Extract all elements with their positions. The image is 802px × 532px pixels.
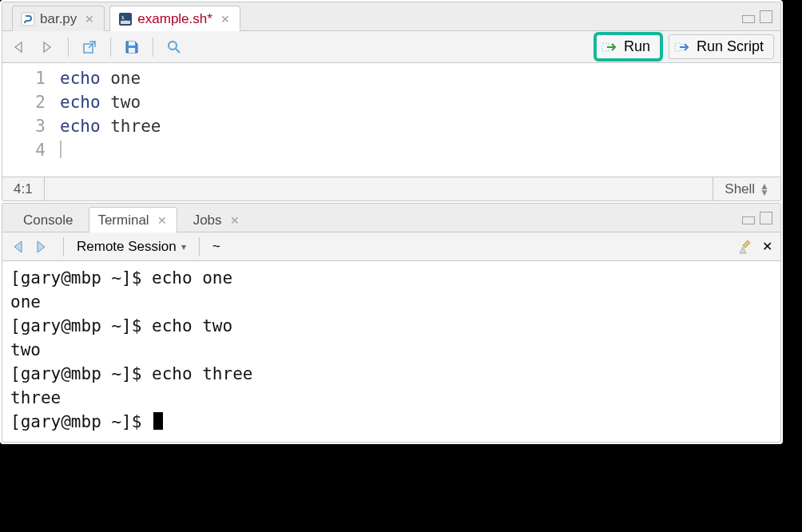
tab-jobs[interactable]: Jobs ✕ (182, 208, 251, 232)
svg-rect-0 (22, 13, 34, 26)
divider (199, 237, 200, 256)
keyword: echo (60, 69, 101, 88)
terminal-line: one (10, 290, 772, 314)
svg-point-1 (25, 15, 26, 17)
editor-tabbar: bar.py ✕ $_ example.sh* ✕ (2, 2, 780, 31)
terminal-line: three (10, 386, 772, 410)
svg-text:$_: $_ (121, 14, 128, 21)
tab-label: bar.py (40, 11, 77, 27)
close-icon[interactable]: ✕ (157, 214, 167, 227)
search-icon[interactable] (163, 36, 185, 58)
language-selector[interactable]: Shell ▲▼ (713, 177, 780, 200)
terminal-toolbar: Remote Session ▾ ~ ✕ (2, 232, 780, 261)
chevron-down-icon: ▾ (181, 241, 186, 252)
cwd-label: ~ (212, 239, 220, 255)
editor-pane: bar.py ✕ $_ example.sh* ✕ (2, 2, 781, 201)
svg-rect-7 (129, 48, 135, 53)
close-icon[interactable]: ✕ (220, 13, 230, 26)
minimize-icon[interactable] (742, 216, 755, 224)
tab-terminal[interactable]: Terminal ✕ (89, 207, 177, 232)
tab-console[interactable]: Console (12, 208, 84, 232)
sort-icon: ▲▼ (760, 183, 769, 196)
minimize-icon[interactable] (742, 15, 755, 23)
keyword: echo (60, 93, 101, 112)
svg-rect-6 (129, 42, 135, 46)
status-spacer (45, 177, 713, 200)
terminal-output[interactable]: [gary@mbp ~]$ echo one one [gary@mbp ~]$… (2, 261, 780, 442)
tab-label: example.sh* (137, 11, 212, 27)
forward-icon[interactable] (36, 36, 58, 58)
terminal-line: two (10, 338, 772, 362)
editor-toolbar: Run Run Script (2, 31, 780, 63)
tab-label: Console (23, 212, 73, 228)
divider (110, 38, 111, 57)
forward-icon[interactable] (33, 239, 50, 255)
svg-point-8 (169, 42, 177, 50)
popout-icon[interactable] (78, 36, 101, 58)
cursor-position[interactable]: 4:1 (2, 177, 45, 200)
run-script-label: Run Script (697, 38, 764, 55)
console-pane: Console Terminal ✕ Jobs ✕ (2, 203, 781, 443)
terminal-line: [gary@mbp ~]$ echo three (10, 362, 772, 386)
shell-file-icon: $_ (118, 12, 133, 26)
editor-tab-example-sh[interactable]: $_ example.sh* ✕ (109, 6, 240, 31)
run-script-arrow-icon (674, 40, 692, 54)
keyword: echo (60, 117, 101, 136)
close-icon[interactable]: ✕ (762, 239, 772, 254)
tab-label: Terminal (97, 212, 149, 228)
run-arrow-icon (602, 40, 619, 54)
back-icon[interactable] (10, 239, 28, 255)
divider (63, 237, 64, 256)
python-file-icon (21, 12, 35, 26)
session-menu[interactable]: Remote Session ▾ (77, 239, 186, 255)
editor-tab-bar-py[interactable]: bar.py ✕ (12, 6, 105, 31)
close-icon[interactable]: ✕ (230, 214, 240, 227)
code-editor[interactable]: 1 2 3 4 echo one echo two echo three (2, 63, 780, 177)
save-icon[interactable] (121, 36, 143, 58)
maximize-icon[interactable] (760, 10, 772, 23)
tab-label: Jobs (193, 212, 222, 228)
maximize-icon[interactable] (760, 212, 772, 224)
window-controls (742, 212, 772, 224)
back-icon[interactable] (9, 36, 31, 58)
terminal-line: [gary@mbp ~]$ echo two (10, 314, 772, 338)
close-icon[interactable]: ✕ (85, 13, 94, 26)
console-tabbar: Console Terminal ✕ Jobs ✕ (2, 204, 780, 232)
code-body[interactable]: echo one echo two echo three (60, 63, 161, 177)
cursor-icon (153, 412, 163, 430)
terminal-prompt[interactable]: [gary@mbp ~]$ (10, 410, 772, 434)
divider (153, 38, 153, 57)
svg-rect-4 (121, 21, 130, 24)
broom-icon[interactable] (738, 239, 754, 255)
gutter: 1 2 3 4 (2, 63, 60, 177)
terminal-line: [gary@mbp ~]$ echo one (10, 266, 772, 290)
editor-statusbar: 4:1 Shell ▲▼ (2, 177, 780, 200)
run-button[interactable]: Run (596, 34, 661, 59)
window-controls (742, 10, 772, 23)
run-label: Run (624, 38, 650, 55)
divider (68, 38, 69, 57)
run-script-button[interactable]: Run Script (669, 34, 774, 59)
